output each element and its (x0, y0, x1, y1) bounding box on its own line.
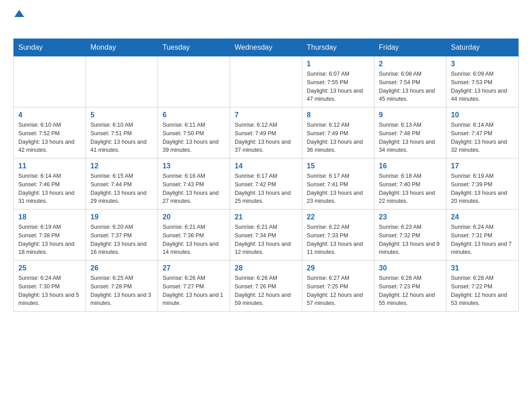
day-number: 9 (379, 111, 442, 119)
day-number: 17 (451, 162, 514, 170)
day-info: Sunrise: 6:18 AM Sunset: 7:40 PM Dayligh… (379, 172, 442, 206)
day-info: Sunrise: 6:20 AM Sunset: 7:37 PM Dayligh… (90, 223, 153, 257)
col-header-wednesday: Wednesday (230, 39, 302, 56)
calendar-cell-w1-d1 (14, 56, 86, 107)
calendar-cell-w1-d6: 2Sunrise: 6:08 AM Sunset: 7:54 PM Daylig… (374, 56, 446, 107)
col-header-monday: Monday (86, 39, 158, 56)
page-header (13, 9, 519, 30)
day-info: Sunrise: 6:10 AM Sunset: 7:51 PM Dayligh… (90, 121, 153, 154)
day-info: Sunrise: 6:14 AM Sunset: 7:47 PM Dayligh… (451, 121, 514, 154)
calendar-cell-w2-d5: 8Sunrise: 6:12 AM Sunset: 7:49 PM Daylig… (302, 107, 374, 158)
calendar-cell-w4-d2: 19Sunrise: 6:20 AM Sunset: 7:37 PM Dayli… (86, 210, 158, 261)
day-info: Sunrise: 6:17 AM Sunset: 7:42 PM Dayligh… (235, 172, 297, 206)
day-info: Sunrise: 6:16 AM Sunset: 7:43 PM Dayligh… (163, 172, 225, 206)
day-info: Sunrise: 6:10 AM Sunset: 7:52 PM Dayligh… (18, 121, 81, 154)
day-number: 30 (379, 264, 442, 272)
day-number: 5 (90, 111, 153, 119)
day-number: 25 (18, 264, 81, 272)
calendar-cell-w2-d3: 6Sunrise: 6:11 AM Sunset: 7:50 PM Daylig… (158, 107, 230, 158)
calendar-cell-w3-d1: 11Sunrise: 6:14 AM Sunset: 7:46 PM Dayli… (14, 158, 86, 210)
day-number: 18 (18, 213, 81, 221)
day-info: Sunrise: 6:27 AM Sunset: 7:25 PM Dayligh… (307, 274, 369, 308)
day-info: Sunrise: 6:12 AM Sunset: 7:49 PM Dayligh… (307, 121, 369, 154)
day-info: Sunrise: 6:22 AM Sunset: 7:33 PM Dayligh… (307, 223, 369, 257)
day-info: Sunrise: 6:23 AM Sunset: 7:32 PM Dayligh… (379, 223, 442, 257)
calendar-cell-w4-d3: 20Sunrise: 6:21 AM Sunset: 7:36 PM Dayli… (158, 210, 230, 261)
svg-marker-0 (14, 10, 24, 17)
calendar-cell-w2-d4: 7Sunrise: 6:12 AM Sunset: 7:49 PM Daylig… (230, 107, 302, 158)
calendar-cell-w2-d2: 5Sunrise: 6:10 AM Sunset: 7:51 PM Daylig… (86, 107, 158, 158)
calendar-table: Sunday Monday Tuesday Wednesday Thursday… (13, 39, 519, 312)
day-number: 19 (90, 213, 153, 221)
col-header-thursday: Thursday (302, 39, 374, 56)
day-number: 28 (235, 264, 297, 272)
calendar-cell-w5-d4: 28Sunrise: 6:26 AM Sunset: 7:26 PM Dayli… (230, 261, 302, 312)
day-info: Sunrise: 6:08 AM Sunset: 7:54 PM Dayligh… (379, 70, 442, 103)
calendar-cell-w1-d7: 3Sunrise: 6:09 AM Sunset: 7:53 PM Daylig… (446, 56, 519, 107)
calendar-cell-w1-d3 (158, 56, 230, 107)
calendar-cell-w5-d5: 29Sunrise: 6:27 AM Sunset: 7:25 PM Dayli… (302, 261, 374, 312)
calendar-cell-w3-d5: 15Sunrise: 6:17 AM Sunset: 7:41 PM Dayli… (302, 158, 374, 210)
calendar-week-3: 11Sunrise: 6:14 AM Sunset: 7:46 PM Dayli… (14, 158, 519, 210)
day-number: 15 (307, 162, 369, 170)
calendar-cell-w4-d5: 22Sunrise: 6:22 AM Sunset: 7:33 PM Dayli… (302, 210, 374, 261)
day-info: Sunrise: 6:28 AM Sunset: 7:23 PM Dayligh… (379, 274, 442, 308)
day-number: 1 (307, 60, 369, 68)
day-info: Sunrise: 6:24 AM Sunset: 7:31 PM Dayligh… (451, 223, 514, 257)
calendar-week-4: 18Sunrise: 6:19 AM Sunset: 7:38 PM Dayli… (14, 210, 519, 261)
calendar-cell-w4-d1: 18Sunrise: 6:19 AM Sunset: 7:38 PM Dayli… (14, 210, 86, 261)
day-info: Sunrise: 6:13 AM Sunset: 7:48 PM Dayligh… (379, 121, 442, 154)
day-info: Sunrise: 6:26 AM Sunset: 7:27 PM Dayligh… (163, 274, 225, 308)
calendar-cell-w2-d1: 4Sunrise: 6:10 AM Sunset: 7:52 PM Daylig… (14, 107, 86, 158)
day-number: 29 (307, 264, 369, 272)
calendar-cell-w3-d4: 14Sunrise: 6:17 AM Sunset: 7:42 PM Dayli… (230, 158, 302, 210)
day-number: 23 (379, 213, 442, 221)
day-info: Sunrise: 6:11 AM Sunset: 7:50 PM Dayligh… (163, 121, 225, 154)
day-info: Sunrise: 6:21 AM Sunset: 7:36 PM Dayligh… (163, 223, 225, 257)
day-number: 16 (379, 162, 442, 170)
calendar-cell-w3-d6: 16Sunrise: 6:18 AM Sunset: 7:40 PM Dayli… (374, 158, 446, 210)
calendar-cell-w1-d5: 1Sunrise: 6:07 AM Sunset: 7:55 PM Daylig… (302, 56, 374, 107)
col-header-sunday: Sunday (14, 39, 86, 56)
day-info: Sunrise: 6:19 AM Sunset: 7:38 PM Dayligh… (18, 223, 81, 257)
day-info: Sunrise: 6:14 AM Sunset: 7:46 PM Dayligh… (18, 172, 81, 206)
calendar-week-1: 1Sunrise: 6:07 AM Sunset: 7:55 PM Daylig… (14, 56, 519, 107)
day-info: Sunrise: 6:19 AM Sunset: 7:39 PM Dayligh… (451, 172, 514, 206)
day-number: 13 (163, 162, 225, 170)
calendar-cell-w1-d2 (86, 56, 158, 107)
day-number: 7 (235, 111, 297, 119)
calendar-cell-w2-d7: 10Sunrise: 6:14 AM Sunset: 7:47 PM Dayli… (446, 107, 519, 158)
day-number: 2 (379, 60, 442, 68)
day-number: 27 (163, 264, 225, 272)
calendar-cell-w5-d2: 26Sunrise: 6:25 AM Sunset: 7:28 PM Dayli… (86, 261, 158, 312)
calendar-cell-w4-d6: 23Sunrise: 6:23 AM Sunset: 7:32 PM Dayli… (374, 210, 446, 261)
day-number: 21 (235, 213, 297, 221)
col-header-friday: Friday (374, 39, 446, 56)
col-header-tuesday: Tuesday (158, 39, 230, 56)
day-number: 31 (451, 264, 514, 272)
calendar-cell-w3-d3: 13Sunrise: 6:16 AM Sunset: 7:43 PM Dayli… (158, 158, 230, 210)
day-number: 20 (163, 213, 225, 221)
day-number: 24 (451, 213, 514, 221)
calendar-cell-w2-d6: 9Sunrise: 6:13 AM Sunset: 7:48 PM Daylig… (374, 107, 446, 158)
day-info: Sunrise: 6:07 AM Sunset: 7:55 PM Dayligh… (307, 70, 369, 103)
day-number: 22 (307, 213, 369, 221)
day-info: Sunrise: 6:28 AM Sunset: 7:22 PM Dayligh… (451, 274, 514, 308)
day-info: Sunrise: 6:21 AM Sunset: 7:34 PM Dayligh… (235, 223, 297, 257)
calendar-week-5: 25Sunrise: 6:24 AM Sunset: 7:30 PM Dayli… (14, 261, 519, 312)
calendar-cell-w5-d1: 25Sunrise: 6:24 AM Sunset: 7:30 PM Dayli… (14, 261, 86, 312)
calendar-cell-w5-d6: 30Sunrise: 6:28 AM Sunset: 7:23 PM Dayli… (374, 261, 446, 312)
col-header-saturday: Saturday (446, 39, 519, 56)
calendar-cell-w4-d7: 24Sunrise: 6:24 AM Sunset: 7:31 PM Dayli… (446, 210, 519, 261)
day-number: 4 (18, 111, 81, 119)
logo-triangle-icon (13, 9, 24, 18)
day-info: Sunrise: 6:26 AM Sunset: 7:26 PM Dayligh… (235, 274, 297, 308)
calendar-cell-w3-d7: 17Sunrise: 6:19 AM Sunset: 7:39 PM Dayli… (446, 158, 519, 210)
day-number: 11 (18, 162, 81, 170)
day-info: Sunrise: 6:24 AM Sunset: 7:30 PM Dayligh… (18, 274, 81, 308)
day-info: Sunrise: 6:17 AM Sunset: 7:41 PM Dayligh… (307, 172, 369, 206)
day-number: 26 (90, 264, 153, 272)
calendar-cell-w3-d2: 12Sunrise: 6:15 AM Sunset: 7:44 PM Dayli… (86, 158, 158, 210)
day-info: Sunrise: 6:09 AM Sunset: 7:53 PM Dayligh… (451, 70, 514, 103)
day-number: 10 (451, 111, 514, 119)
